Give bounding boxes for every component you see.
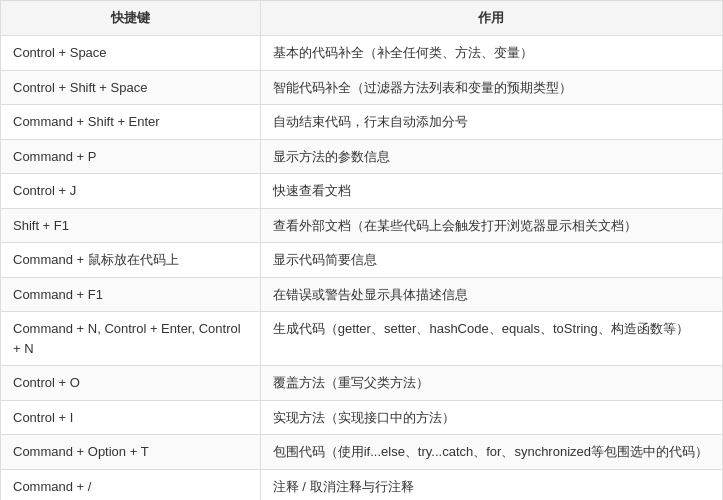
description-cell: 覆盖方法（重写父类方法） — [260, 366, 722, 401]
table-row: Command + /注释 / 取消注释与行注释 — [1, 469, 723, 500]
table-row: Command + 鼠标放在代码上显示代码简要信息 — [1, 243, 723, 278]
shortcut-cell: Command + F1 — [1, 277, 261, 312]
shortcut-cell: Control + J — [1, 174, 261, 209]
shortcut-cell: Control + Space — [1, 36, 261, 71]
table-row: Command + P显示方法的参数信息 — [1, 139, 723, 174]
table-row: Control + O覆盖方法（重写父类方法） — [1, 366, 723, 401]
shortcut-cell: Control + I — [1, 400, 261, 435]
shortcut-cell: Command + Shift + Enter — [1, 105, 261, 140]
description-cell: 包围代码（使用if...else、try...catch、for、synchro… — [260, 435, 722, 470]
shortcut-cell: Command + 鼠标放在代码上 — [1, 243, 261, 278]
table-row: Shift + F1查看外部文档（在某些代码上会触发打开浏览器显示相关文档） — [1, 208, 723, 243]
table-row: Command + F1在错误或警告处显示具体描述信息 — [1, 277, 723, 312]
shortcut-cell: Command + Option + T — [1, 435, 261, 470]
description-cell: 显示代码简要信息 — [260, 243, 722, 278]
shortcut-cell: Control + O — [1, 366, 261, 401]
table-row: Command + Shift + Enter自动结束代码，行末自动添加分号 — [1, 105, 723, 140]
shortcut-cell: Command + P — [1, 139, 261, 174]
table-row: Control + Shift + Space智能代码补全（过滤器方法列表和变量… — [1, 70, 723, 105]
main-container: 快捷键 作用 Control + Space基本的代码补全（补全任何类、方法、变… — [0, 0, 723, 500]
table-row: Control + J快速查看文档 — [1, 174, 723, 209]
table-row: Command + N, Control + Enter, Control + … — [1, 312, 723, 366]
table-row: Control + Space基本的代码补全（补全任何类、方法、变量） — [1, 36, 723, 71]
shortcut-cell: Command + N, Control + Enter, Control + … — [1, 312, 261, 366]
shortcut-cell: Command + / — [1, 469, 261, 500]
description-cell: 基本的代码补全（补全任何类、方法、变量） — [260, 36, 722, 71]
shortcut-cell: Shift + F1 — [1, 208, 261, 243]
col-header-description: 作用 — [260, 1, 722, 36]
col-header-shortcut: 快捷键 — [1, 1, 261, 36]
shortcuts-table: 快捷键 作用 Control + Space基本的代码补全（补全任何类、方法、变… — [0, 0, 723, 500]
description-cell: 显示方法的参数信息 — [260, 139, 722, 174]
shortcut-cell: Control + Shift + Space — [1, 70, 261, 105]
table-row: Control + I实现方法（实现接口中的方法） — [1, 400, 723, 435]
description-cell: 自动结束代码，行末自动添加分号 — [260, 105, 722, 140]
description-cell: 注释 / 取消注释与行注释 — [260, 469, 722, 500]
description-cell: 生成代码（getter、setter、hashCode、equals、toStr… — [260, 312, 722, 366]
table-row: Command + Option + T包围代码（使用if...else、try… — [1, 435, 723, 470]
description-cell: 在错误或警告处显示具体描述信息 — [260, 277, 722, 312]
description-cell: 查看外部文档（在某些代码上会触发打开浏览器显示相关文档） — [260, 208, 722, 243]
description-cell: 实现方法（实现接口中的方法） — [260, 400, 722, 435]
description-cell: 快速查看文档 — [260, 174, 722, 209]
description-cell: 智能代码补全（过滤器方法列表和变量的预期类型） — [260, 70, 722, 105]
